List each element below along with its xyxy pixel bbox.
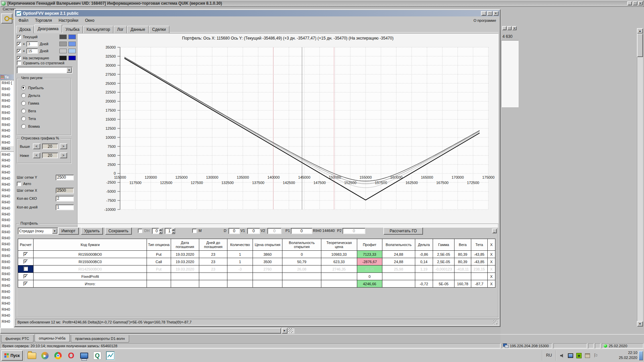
dh-checkbox[interactable] — [138, 229, 142, 233]
vertical-scrollbar[interactable]: ▲ ▼ — [637, 28, 643, 326]
table-row[interactable]: RI142500BO0Put19.03.202023-3276026,08274… — [18, 265, 495, 273]
remote-desktop-icon[interactable] — [80, 351, 89, 360]
row-checkbox[interactable]: ✓ — [23, 282, 28, 286]
language-indicator[interactable]: RU — [546, 353, 552, 358]
curve-color-swatch-down[interactable] — [59, 56, 67, 60]
above-value-field[interactable]: 20 — [42, 143, 58, 149]
chevron-down-icon[interactable]: ▼ — [66, 67, 72, 73]
column-header[interactable]: Тип опциона — [147, 239, 171, 251]
list-item[interactable]: RIH0 — [0, 176, 14, 182]
list-item[interactable]: RIH0 — [0, 319, 14, 325]
spin-down-icon[interactable]: ▼ — [171, 231, 175, 234]
key-toolbar-button[interactable] — [1, 13, 12, 23]
p2-field[interactable]: 0 — [342, 228, 365, 234]
column-header[interactable]: Волатильность — [382, 239, 415, 251]
grid-auto-checkbox[interactable] — [17, 182, 21, 186]
column-header[interactable]: Расчет — [18, 239, 34, 251]
column-header[interactable]: Профит — [357, 239, 382, 251]
column-header[interactable]: Тета — [471, 239, 487, 251]
list-item[interactable]: RIH0 — [0, 158, 14, 164]
sko-count-field[interactable]: 2 — [56, 196, 74, 201]
scrollbar-thumb[interactable] — [0, 328, 281, 334]
network-plug-tray-icon[interactable] — [585, 353, 590, 358]
draw-option-row[interactable]: Прибыль — [21, 84, 44, 92]
folder-explorer-icon[interactable] — [28, 351, 36, 360]
list-item[interactable]: RIH0 — [0, 146, 14, 152]
row-checkbox[interactable]: ✓ — [23, 274, 28, 279]
m-checkbox[interactable] — [192, 229, 197, 233]
table-row[interactable]: ✓RI155000BO0Put19.03.20202313860010983,3… — [18, 251, 495, 258]
import-button[interactable]: Импорт — [58, 227, 79, 235]
above-decrease-button[interactable]: < — [33, 143, 40, 149]
menu-item-about[interactable]: О программе — [470, 17, 499, 23]
column-header[interactable]: Дельта — [415, 239, 433, 251]
strategy-combobox[interactable]: ▼ — [17, 67, 72, 73]
close-button[interactable]: ✕ — [638, 1, 643, 5]
v1-field[interactable]: 0 — [247, 228, 260, 234]
list-item[interactable]: RIH0 — [0, 253, 14, 259]
row-checkbox[interactable]: ✓ — [23, 259, 28, 264]
workspace-tab-практика-развороты D1-волн[interactable]: практика-развороты D1-волн — [71, 335, 129, 343]
opera-icon[interactable]: O — [67, 351, 75, 360]
list-item[interactable]: RIH0 — [0, 271, 14, 277]
row-delete-button[interactable]: X — [487, 265, 495, 273]
list-item[interactable]: RIH0 — [0, 86, 14, 92]
curve-color-swatch-up[interactable] — [68, 56, 76, 60]
curve-days-field[interactable]: 15 — [26, 48, 38, 54]
list-item[interactable]: RIH0 — [0, 295, 14, 301]
spin-up-icon[interactable]: ▲ — [171, 228, 175, 231]
list-item[interactable]: RIH0 — [0, 235, 14, 241]
list-item[interactable]: RIH0 — [0, 110, 14, 116]
row-delete-button[interactable]: X — [487, 280, 495, 288]
child-minimize-button[interactable]: _ — [502, 26, 506, 30]
workspace-tab-опционы-Учёба[interactable]: опционы-Учёба — [35, 334, 70, 342]
column-header[interactable]: Волатильность открытия — [282, 239, 321, 251]
list-item[interactable]: RIH0 — [0, 205, 14, 212]
radio-прибыль[interactable] — [21, 85, 26, 90]
row-check-cell[interactable]: ✓ — [18, 251, 34, 258]
tab-улыбка[interactable]: Улыбка — [62, 26, 83, 33]
tab-диаграмма[interactable]: Диаграмма — [34, 24, 62, 33]
curve-days-field[interactable]: 3 — [26, 41, 38, 47]
grid-step-y-field[interactable]: 2500 — [56, 175, 74, 180]
list-item[interactable]: RIH0 — [0, 116, 14, 122]
list-item[interactable]: RIH0 — [0, 152, 14, 158]
calc-go-button[interactable]: Рассчитать ГО — [383, 227, 423, 235]
scroll-right-button[interactable]: ► — [282, 328, 287, 334]
column-header[interactable]: Код бумаги — [34, 239, 147, 251]
portfolio-collapse-button[interactable]: _ — [492, 229, 497, 233]
list-item[interactable]: RIH0 — [0, 170, 14, 176]
list-item[interactable]: RIH0 — [0, 140, 14, 146]
tab-сделки[interactable]: Сделки — [149, 26, 169, 33]
child-maximize-button[interactable]: □ — [507, 26, 512, 30]
tab-калькулятор[interactable]: Калькулятор — [83, 26, 113, 33]
row-check-cell[interactable]: ✓ — [18, 273, 34, 280]
chevron-down-icon[interactable]: ▼ — [52, 228, 57, 234]
compare-strategy-checkbox[interactable] — [17, 61, 21, 65]
curve-color-swatch-up[interactable] — [68, 42, 76, 46]
radio-вега[interactable] — [21, 109, 26, 113]
draw-option-row[interactable]: Вега — [21, 107, 44, 115]
start-button[interactable]: Пуск — [1, 350, 23, 361]
list-item[interactable]: RIH0 — [0, 283, 14, 289]
quotes-window-titlebar[interactable]: Te — [0, 74, 14, 80]
d-field[interactable]: 0 — [228, 228, 240, 234]
curve-visibility-checkbox[interactable]: ✓ — [17, 42, 21, 46]
column-header[interactable]: X — [487, 239, 495, 251]
column-header[interactable]: Вега — [454, 239, 471, 251]
table-row[interactable]: ✓Итого:4246,66-0,725E-05160,78-87,7X — [18, 280, 495, 288]
tab-данные[interactable]: Данные — [127, 26, 148, 33]
spin-up-icon[interactable]: ▲ — [159, 228, 162, 231]
scroll-down-button[interactable]: ▼ — [637, 321, 643, 326]
row-check-cell[interactable] — [18, 265, 34, 273]
spinner-2-arrows[interactable]: ▲ ▼ — [171, 228, 175, 234]
delete-button[interactable]: Удалить — [81, 227, 103, 235]
list-item[interactable]: RIH0 — [0, 193, 14, 199]
quik-menu-fragment[interactable]: Систем — [3, 7, 15, 11]
list-item[interactable]: RIH0 — [0, 164, 14, 170]
grid-step-x-field[interactable]: 2500 — [56, 188, 74, 193]
row-checkbox[interactable]: ✓ — [23, 252, 28, 256]
list-item[interactable]: RIH0 — [0, 229, 14, 235]
curve-color-swatch-down[interactable] — [59, 49, 67, 53]
resize-grip[interactable] — [288, 328, 293, 333]
